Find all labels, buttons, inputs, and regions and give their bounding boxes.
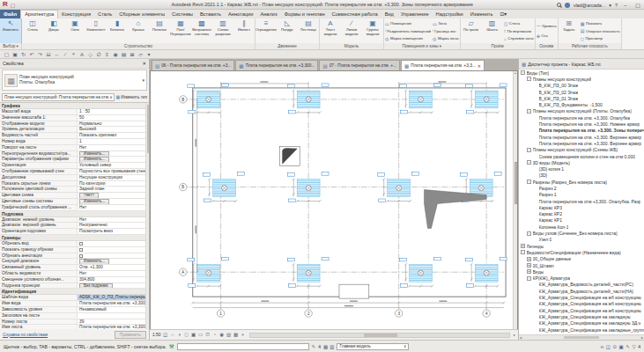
- property-value[interactable]: [78, 253, 145, 259]
- select-links-icon[interactable]: ∞: [600, 344, 603, 349]
- signed-in-user[interactable]: vlad@arcada...: [574, 3, 605, 8]
- tag-area-button[interactable]: ◎Марка зоны: [433, 36, 459, 41]
- browser-item[interactable]: В_КЖ_ПЗ_02 Этаж: [519, 89, 644, 95]
- curtain-system-button[interactable]: ▩Витражная система: [191, 18, 212, 43]
- save-icon[interactable]: ▣: [12, 51, 19, 57]
- expand-icon[interactable]: +: [527, 263, 531, 268]
- close-icon[interactable]: ✕: [142, 61, 146, 66]
- ribbon-tab[interactable]: Надстройки: [433, 10, 467, 18]
- ramp-button[interactable]: ◺Пандус: [277, 18, 298, 43]
- collapse-icon[interactable]: -: [527, 231, 531, 236]
- edit-button[interactable]: Изменить...: [79, 157, 109, 162]
- expand-icon[interactable]: +: [527, 257, 531, 261]
- shaft-button[interactable]: ▥Шахта: [482, 18, 503, 43]
- property-group-header[interactable]: Подложка: [0, 211, 145, 217]
- section-icon[interactable]: ∅: [96, 51, 102, 57]
- browser-item[interactable]: Узел 0: [519, 237, 644, 243]
- ribbon-group-label[interactable]: Движение: [255, 43, 319, 49]
- browser-item[interactable]: Плита перекрытия на отм. +3,300. Зоны по…: [519, 128, 644, 134]
- collapse-icon[interactable]: -: [527, 276, 531, 281]
- scrollbar-thumb[interactable]: [364, 334, 397, 337]
- property-value[interactable]: Изменить...: [78, 259, 145, 264]
- ribbon-group-label[interactable]: Модель: [320, 43, 383, 49]
- ribbon-tab[interactable]: Анализ: [256, 10, 280, 18]
- scrollbar-thumb[interactable]: [564, 336, 599, 339]
- show-work-plane-button[interactable]: ▦Показать: [581, 21, 620, 26]
- browser-item[interactable]: Плита перекрытия на отм +3,300. Опалубка…: [519, 198, 644, 204]
- browser-item[interactable]: Плита перекрытия на отм. +3,300. Нижнее …: [519, 121, 644, 127]
- railing-button[interactable]: ≡Ограждение: [255, 18, 277, 43]
- collapse-icon[interactable]: -: [527, 148, 531, 152]
- browser-item[interactable]: +00_Общие данные: [519, 256, 644, 262]
- browser-item[interactable]: КЖ_Арматура_Спецификация на жб конструкц…: [519, 294, 644, 300]
- ribbon-group-label[interactable]: Строительство: [22, 43, 255, 49]
- unlocked-view-icon[interactable]: ∅: [205, 332, 211, 338]
- active-workset-combo[interactable]: [177, 343, 309, 350]
- view-tab[interactable]: ▦Плита перекрытия на отм. +3,300...: [235, 60, 318, 70]
- browser-item[interactable]: В_КЖ_ПЗ_00 Этаж: [519, 83, 644, 89]
- design-options-combo[interactable]: Главная модель ∨: [337, 343, 409, 350]
- edit-button[interactable]: Изменить...: [79, 259, 109, 264]
- type-selector[interactable]: ▦ План несущих конструкций Плиты. Опалуб…: [2, 70, 147, 91]
- model-group-button[interactable]: ▣Группа модели: [362, 18, 383, 43]
- browser-item[interactable]: Колонна Кол-1: [519, 224, 644, 230]
- canvas-horizontal-scrollbar[interactable]: [249, 333, 510, 338]
- property-group-header[interactable]: Границы: [0, 235, 145, 241]
- canvas-vertical-scrollbar[interactable]: ▴: [513, 71, 517, 329]
- checkbox[interactable]: [79, 248, 83, 252]
- viewer-button[interactable]: ◻Просмотр: [581, 36, 620, 41]
- search-icon[interactable]: [557, 3, 561, 7]
- browser-item[interactable]: +Виды: [519, 268, 644, 275]
- properties-help-link[interactable]: Справка по свойствам: [3, 333, 48, 337]
- browser-item[interactable]: Разрез 2: [519, 185, 644, 191]
- redo-icon[interactable]: ↷: [37, 51, 43, 57]
- browser-item[interactable]: КЖ_Арматура_Спецификация на жб конструкц…: [519, 307, 644, 313]
- print-icon[interactable]: ⊟: [46, 51, 52, 57]
- model-line-button[interactable]: ∕Линии модели: [341, 18, 362, 43]
- property-value[interactable]: [78, 241, 145, 246]
- dormer-button[interactable]: ⌂Слуховое окно: [504, 36, 534, 41]
- edit-button[interactable]: Изменить...: [79, 151, 109, 157]
- visibility-graphics-icon[interactable]: ◉: [113, 51, 119, 57]
- collapse-icon[interactable]: -: [521, 250, 525, 254]
- properties-scrollbar[interactable]: [145, 103, 149, 329]
- restore-button[interactable]: ▢: [633, 2, 642, 8]
- browser-item[interactable]: +Легенды: [519, 243, 644, 249]
- browser-item[interactable]: -Ведомости/Спецификации (Назначение вида…: [519, 249, 644, 255]
- room-separator-button[interactable]: ∕Разделитель помещений: [385, 28, 431, 33]
- collapse-icon[interactable]: -: [527, 77, 531, 81]
- browser-item[interactable]: КЖ_Арматура_Ведомость деталей_части(НА): [519, 288, 644, 294]
- edit-button[interactable]: <нет>: [79, 193, 99, 198]
- undo-icon[interactable]: ↶: [29, 51, 35, 57]
- property-group-header[interactable]: Идентификация: [0, 289, 145, 295]
- scrollbar-thumb[interactable]: [514, 162, 517, 204]
- chevron-down-icon[interactable]: ▾: [140, 77, 146, 83]
- ribbon-group-label[interactable]: Основа: [536, 43, 558, 49]
- model-text-button[interactable]: AТекст модели: [320, 18, 341, 43]
- scroll-right-icon[interactable]: ▸: [514, 333, 515, 337]
- set-work-plane-button[interactable]: ⊞Задать: [559, 18, 580, 43]
- crop-view-icon[interactable]: ▣: [191, 332, 196, 338]
- ribbon-tab[interactable]: ⊡▾: [496, 10, 510, 18]
- window-button[interactable]: ▣Окно: [64, 18, 85, 43]
- user-avatar[interactable]: [565, 3, 570, 8]
- help-icon[interactable]: ?: [615, 3, 618, 8]
- apply-button[interactable]: Применить: [115, 331, 146, 339]
- tag-room-button[interactable]: ◎Марка помещения: [385, 36, 431, 41]
- browser-item[interactable]: КЖ_Арматура_Ведомость деталей_части(РС): [519, 282, 644, 288]
- wall-button[interactable]: ◫Стена: [22, 18, 43, 43]
- filter-icon[interactable]: ▽: [632, 344, 635, 349]
- vertical-opening-button[interactable]: ↕По вертикали: [504, 28, 534, 33]
- area-boundary-button[interactable]: ∕Граница зон: [433, 28, 459, 33]
- aligned-dimension-icon[interactable]: ∕: [63, 52, 69, 57]
- curtain-grid-button[interactable]: ▥Схема разрезки: [212, 18, 233, 43]
- browser-item[interactable]: В_КЖ_ПЗ_Фундаменты. -1,500: [519, 101, 644, 107]
- property-value[interactable]: <нет>: [78, 193, 145, 198]
- ribbon-tab[interactable]: Конструкция: [58, 10, 94, 18]
- minimize-button[interactable]: –: [621, 3, 630, 8]
- browser-item[interactable]: Плита перекрытия на отм. +3,300. Верхнее…: [519, 140, 644, 146]
- user-menu-caret-icon[interactable]: ▾: [609, 3, 611, 8]
- tag-by-category-icon[interactable]: ⌖: [70, 51, 77, 57]
- close-hidden-windows-icon[interactable]: ⊠: [130, 51, 136, 57]
- property-value[interactable]: Изменить...: [78, 151, 145, 157]
